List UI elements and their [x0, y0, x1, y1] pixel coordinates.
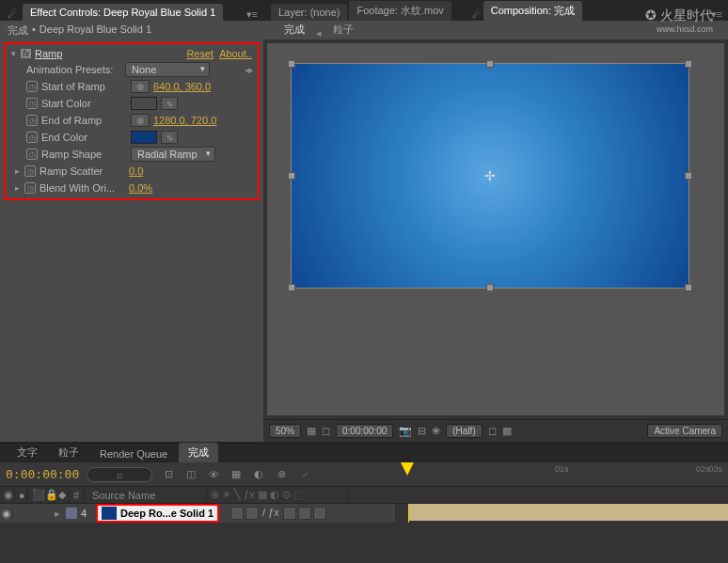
footage-tab[interactable]: Footage: 水纹.mov	[349, 1, 451, 21]
layer-search-input[interactable]	[87, 467, 152, 482]
visibility-toggle[interactable]: ◉	[0, 508, 13, 520]
ramp-scatter-label: Ramp Scatter	[40, 165, 129, 177]
motion-blur-icon[interactable]: ◐	[250, 466, 267, 483]
comp-mini-flowchart-icon[interactable]: ⊡	[160, 466, 177, 483]
comp-subtab-1[interactable]: 完成	[275, 20, 314, 39]
zoom-dropdown[interactable]: 50%	[269, 424, 301, 438]
playhead-line	[408, 504, 409, 523]
tl-tab-comp[interactable]: 完成	[179, 443, 218, 462]
transform-handle[interactable]	[486, 60, 494, 68]
frame-blend-icon[interactable]: ▦	[228, 466, 245, 483]
ramp-shape-dropdown[interactable]: Radial Ramp	[131, 147, 215, 162]
comp-canvas[interactable]: ✢	[292, 64, 688, 288]
camera-icon[interactable]: 📷	[399, 425, 412, 437]
stopwatch-icon[interactable]	[26, 115, 38, 126]
channel-icon[interactable]: ❀	[432, 425, 440, 437]
anim-presets-dropdown[interactable]: None	[125, 62, 210, 77]
start-ramp-label: Start of Ramp	[41, 81, 131, 92]
comp-subtab-2[interactable]: 粒子	[324, 20, 363, 39]
reset-link[interactable]: Reset	[186, 48, 214, 59]
blend-label: Blend With Ori...	[40, 182, 129, 194]
time-display[interactable]: 0:00:00:00	[336, 424, 393, 438]
breadcrumb-comp: 完成	[8, 23, 28, 38]
twirl-icon[interactable]: ▸	[53, 508, 62, 520]
eyedropper-icon[interactable]	[161, 97, 178, 110]
fx-switch[interactable]: / ƒx	[261, 507, 281, 520]
end-ramp-value[interactable]: 1280.0, 720.0	[153, 115, 216, 126]
start-color-label: Start Color	[41, 98, 131, 109]
point-picker-icon[interactable]	[131, 80, 150, 93]
anchor-point-icon[interactable]: ✢	[484, 168, 496, 183]
layer-switch[interactable]	[283, 507, 296, 520]
tl-tab-particles[interactable]: 粒子	[49, 443, 88, 462]
point-picker-icon[interactable]	[131, 114, 150, 127]
transform-handle[interactable]	[685, 172, 692, 180]
transform-handle[interactable]	[288, 172, 295, 180]
twirl-icon[interactable]: ▸	[15, 183, 24, 193]
ramp-shape-label: Ramp Shape	[41, 149, 131, 160]
stopwatch-icon[interactable]	[26, 81, 38, 92]
transform-handle[interactable]	[288, 284, 295, 291]
solid-swatch-icon	[102, 507, 117, 520]
layer-color-label[interactable]	[66, 508, 77, 519]
stopwatch-icon[interactable]	[26, 98, 38, 109]
transform-handle[interactable]	[288, 60, 295, 68]
mask-icon[interactable]: ◻	[322, 425, 330, 437]
stopwatch-icon[interactable]	[24, 182, 36, 194]
layer-switch[interactable]	[298, 507, 311, 520]
timecode-display[interactable]: 0:00:00:00	[6, 467, 79, 481]
eyedropper-icon[interactable]	[161, 131, 178, 144]
twirl-icon[interactable]: ▸	[15, 166, 24, 176]
tl-tab-text[interactable]: 文字	[8, 443, 47, 462]
stopwatch-icon[interactable]	[26, 149, 38, 160]
twirl-icon[interactable]: ▾	[11, 49, 21, 58]
end-color-label: End Color	[41, 132, 131, 143]
watermark-logo: ✪ 火星时代	[645, 8, 713, 24]
brain-icon[interactable]: ⊗	[273, 466, 290, 483]
tl-tab-render-queue[interactable]: Render Queue	[90, 446, 177, 462]
layer-duration-bar[interactable]	[408, 504, 728, 521]
ramp-scatter-value[interactable]: 0.0	[129, 165, 143, 177]
viewer-footer: 50% ▦ ◻ 0:00:00:00 📷 ⊟ ❀ (Half) ◻ ▩ Acti…	[263, 419, 728, 442]
end-color-swatch[interactable]	[131, 131, 157, 144]
effect-name[interactable]: Ramp	[35, 48, 181, 59]
stopwatch-icon[interactable]	[26, 132, 38, 143]
stopwatch-icon[interactable]	[24, 165, 36, 177]
graph-editor-icon[interactable]: ⟋	[295, 466, 312, 483]
layer-tab[interactable]: Layer: (none)	[271, 4, 347, 21]
layer-index: 4	[81, 508, 92, 519]
camera-dropdown[interactable]: Active Camera	[647, 424, 722, 438]
roi-icon[interactable]: ◻	[488, 425, 497, 437]
effect-controls-tab[interactable]: Effect Controls: Deep Royal Blue Solid 1	[23, 4, 223, 21]
layer-switch[interactable]	[245, 507, 259, 520]
fx-badge[interactable]: fx	[21, 49, 31, 58]
layer-switch[interactable]	[230, 507, 244, 520]
anim-presets-label: Animation Presets:	[26, 64, 125, 75]
layer-name[interactable]: Deep Ro...e Solid 1	[120, 508, 214, 519]
breadcrumb-layer: Deep Royal Blue Solid 1	[40, 23, 151, 38]
comp-icon: ☄	[472, 8, 482, 21]
end-ramp-label: End of Ramp	[41, 115, 131, 126]
start-color-swatch[interactable]	[131, 97, 157, 110]
watermark-url: www.hxsd.com	[657, 24, 713, 34]
about-link[interactable]: About..	[219, 48, 252, 59]
grid-icon[interactable]: ▦	[307, 425, 316, 437]
layer-name-highlight[interactable]: Deep Ro...e Solid 1	[96, 504, 219, 523]
source-name-header[interactable]: Source Name	[85, 487, 207, 503]
composition-viewer[interactable]: ✢	[267, 43, 724, 415]
draft3d-icon[interactable]: ◫	[182, 466, 199, 483]
snapshot-icon[interactable]: ⊟	[418, 425, 426, 437]
start-ramp-value[interactable]: 640.0, 360.0	[153, 81, 211, 92]
layer-switch[interactable]	[313, 507, 326, 520]
transform-handle[interactable]	[486, 284, 494, 291]
transform-handle[interactable]	[685, 60, 692, 68]
composition-tab[interactable]: Composition: 完成	[483, 1, 582, 21]
tab-menu-icon[interactable]: ▾≡	[246, 8, 258, 21]
resolution-dropdown[interactable]: (Half)	[446, 424, 482, 438]
layer-row[interactable]: ◉ ▸ 4 Deep Ro...e Solid 1 / ƒx	[0, 504, 728, 523]
transparency-icon[interactable]: ▩	[502, 425, 512, 437]
transform-handle[interactable]	[685, 284, 692, 291]
shy-icon[interactable]: 👁	[205, 466, 222, 483]
preset-nav-icon[interactable]: ◂▸	[245, 64, 252, 76]
blend-value[interactable]: 0.0%	[129, 182, 152, 194]
